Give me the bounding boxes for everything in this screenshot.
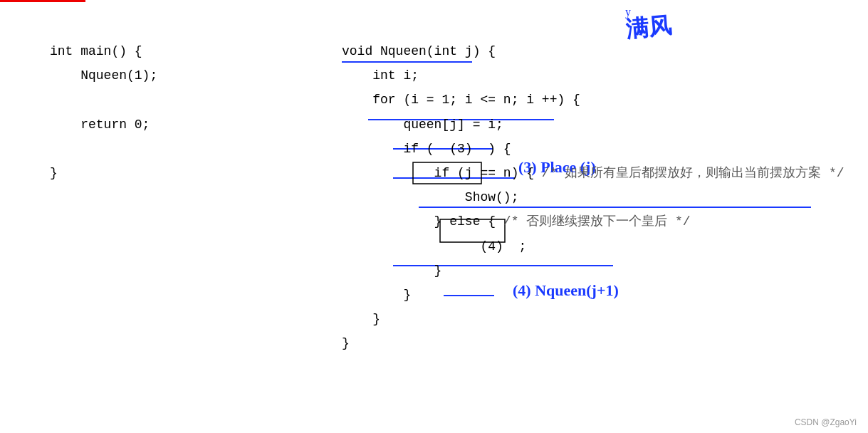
watermark: CSDN @ZgaoYi [795,417,857,427]
svg-text:y: y [625,6,631,19]
right-code-block: void Nqueen(int j) { int i; for (i = 1; … [342,39,845,355]
left-code-block: int main() { Nqueen(1); return 0; } [50,39,157,185]
left-line-1: int main() { [50,39,157,63]
right-line-11: } [342,307,845,331]
right-line-10: } [342,283,845,307]
right-func-sig: void Nqueen(int j) { [342,39,845,63]
left-line-2: Nqueen(1); [50,63,157,88]
top-red-line [0,0,85,2]
left-line-3 [50,88,157,112]
right-line-4: if ( (3) ) { [342,137,845,161]
comment-2: /* 否则继续摆放下一个皇后 */ [503,214,691,229]
right-line-9: } [342,259,845,283]
blank-4: (4) [465,239,519,254]
right-line-7: } else { /* 否则继续摆放下一个皇后 */ [342,209,845,234]
right-line-12: } [342,331,845,355]
svg-text:满风: 满风 [624,13,672,42]
page-container: 满风 y (3) Place (j) (4) Nqueen(j+1) int m… [0,0,868,433]
right-line-2: for (i = 1; i <= n; i ++) { [342,88,845,112]
comment-1: /* 如果所有皇后都摆放好，则输出当前摆放方案 */ [542,166,845,180]
blank-3: (3) [434,142,488,156]
right-line-1: int i; [342,63,845,88]
right-line-6: Show(); [342,185,845,209]
left-line-5 [50,137,157,161]
right-line-3: queen[j] = i; [342,113,845,137]
left-line-4: return 0; [50,113,157,137]
right-line-8: (4) ; [342,234,845,259]
right-line-5: if (j == n) { /* 如果所有皇后都摆放好，则输出当前摆放方案 */ [342,161,845,185]
left-line-6: } [50,161,157,185]
show-call: Show(); [465,190,519,204]
